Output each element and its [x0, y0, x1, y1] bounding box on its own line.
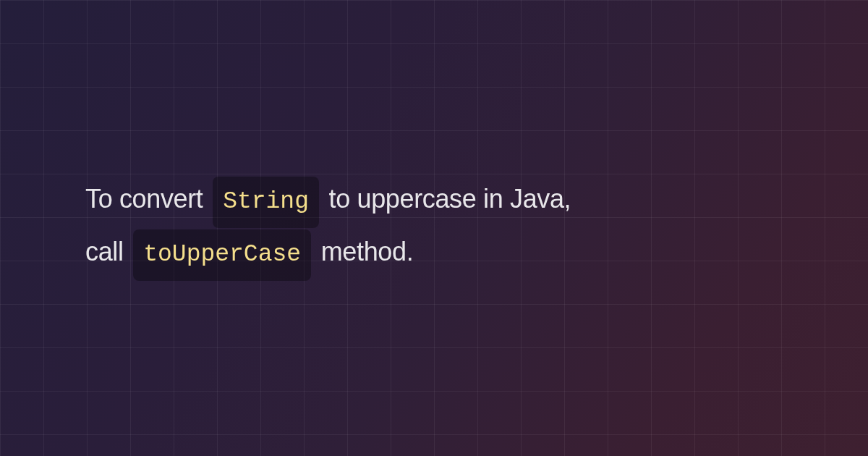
- text-segment: method.: [314, 237, 413, 266]
- text-line-1: To convert String to uppercase in Java,: [85, 175, 796, 228]
- content-container: To convert String to uppercase in Java, …: [0, 0, 868, 456]
- text-segment: To convert: [85, 184, 210, 214]
- code-inline-touppercase: toUpperCase: [133, 229, 311, 281]
- text-segment: call: [85, 237, 130, 266]
- text-line-2: call toUpperCase method.: [85, 228, 796, 281]
- code-inline-string: String: [213, 177, 319, 228]
- text-segment: to uppercase in Java,: [322, 184, 571, 214]
